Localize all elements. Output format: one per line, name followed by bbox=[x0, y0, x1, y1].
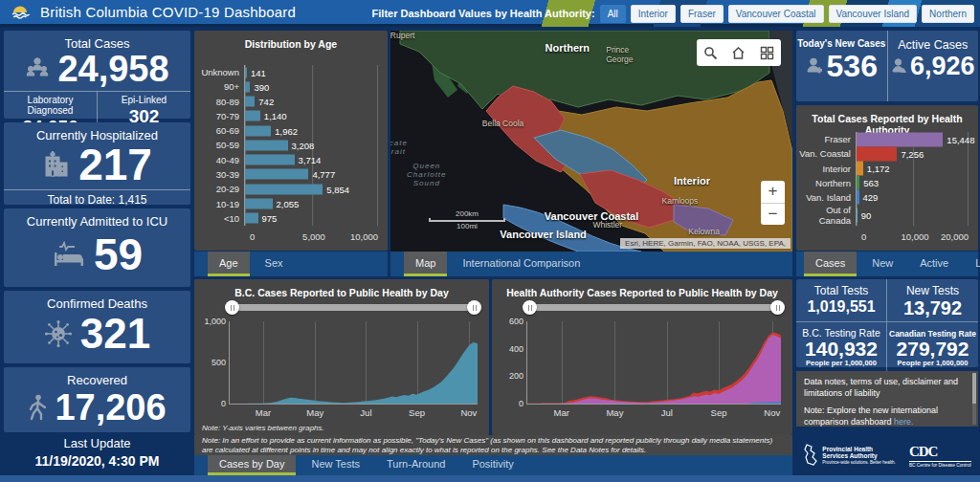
tab-list[interactable]: List bbox=[964, 252, 980, 276]
phsa-tagline: Province-wide solutions. Better health. bbox=[822, 460, 896, 465]
basemap-icon[interactable] bbox=[760, 46, 774, 60]
filter-button-interior[interactable]: Interior bbox=[631, 5, 676, 23]
bc-province-shape-icon bbox=[803, 444, 818, 467]
slider-right-handle[interactable] bbox=[467, 300, 481, 315]
series-fraser bbox=[527, 335, 781, 404]
todays-new-cases-cell: Today's New Cases 536 bbox=[796, 31, 888, 101]
x-tick-sep: Sep bbox=[711, 407, 727, 418]
bar-fill[interactable] bbox=[857, 208, 858, 223]
filter-button-northern[interactable]: Northern bbox=[922, 5, 974, 23]
tab-map[interactable]: Map bbox=[404, 252, 447, 276]
zoom-in-button[interactable]: + bbox=[761, 181, 785, 204]
bar-label: Fraser bbox=[796, 134, 856, 144]
bar-track: 3,714 bbox=[244, 153, 378, 167]
bc-day-chart-title: B.C. Cases Reported to Public Health by … bbox=[194, 279, 489, 298]
bottom-strip-decoration bbox=[0, 475, 980, 482]
tab-turn-around[interactable]: Turn-Around bbox=[375, 455, 457, 475]
tab-positivity[interactable]: Positivity bbox=[460, 455, 524, 475]
series-b-c bbox=[230, 342, 478, 404]
bar-fill[interactable] bbox=[857, 162, 863, 176]
bc-testing-rate-cell: B.C. Testing Rate 140,932 People per 1,0… bbox=[796, 322, 887, 371]
bar-fill[interactable] bbox=[245, 155, 295, 165]
slider-track[interactable] bbox=[229, 304, 478, 311]
tab-cases[interactable]: Cases bbox=[804, 252, 857, 276]
bar-label: 40-49 bbox=[194, 155, 244, 165]
bar-track: 1,140 bbox=[244, 109, 378, 123]
last-update: Last Update 11/19/2020, 4:30 PM bbox=[4, 436, 190, 469]
tab-age[interactable]: Age bbox=[208, 252, 250, 276]
active-case-person-icon bbox=[891, 58, 906, 75]
new-active-cases-card: Today's New Cases 536 Active Cases bbox=[796, 31, 978, 101]
deaths-card: Confirmed Deaths 321 bbox=[4, 291, 190, 363]
page-title: British Columbia COVID-19 Dashboard bbox=[40, 4, 296, 20]
zoom-out-button[interactable]: − bbox=[761, 204, 785, 226]
filter-button-fraser[interactable]: Fraser bbox=[680, 5, 724, 23]
icu-card: Currently Admitted to ICU 59 bbox=[4, 208, 190, 287]
y-tick: 200 bbox=[509, 371, 523, 381]
bar-fill[interactable] bbox=[857, 190, 859, 205]
bar-label: 50-59 bbox=[194, 140, 244, 150]
bar-fill[interactable] bbox=[245, 97, 255, 107]
x-tick-may: May bbox=[306, 407, 323, 418]
scale-mi-label: 100mi bbox=[429, 222, 505, 230]
bccdc-mark: CDC bbox=[909, 444, 971, 460]
tab-new[interactable]: New bbox=[860, 252, 904, 276]
slider-left-handle[interactable] bbox=[225, 300, 239, 315]
active-cases-title: Active Cases bbox=[888, 38, 979, 52]
notes-scrollbar[interactable] bbox=[972, 373, 976, 425]
bar-fill[interactable] bbox=[245, 169, 308, 180]
bc-day-plot: MarMayJulSepNov1,0005000 bbox=[229, 321, 478, 405]
tab-sex[interactable]: Sex bbox=[254, 252, 295, 276]
bar-fill[interactable] bbox=[245, 140, 288, 150]
bar-fill[interactable] bbox=[245, 67, 247, 77]
bar-track: 90 bbox=[856, 205, 969, 226]
bar-fill[interactable] bbox=[245, 213, 258, 224]
bar-fill[interactable] bbox=[857, 176, 859, 190]
virus-icon bbox=[44, 319, 73, 348]
y-tick: 600 bbox=[509, 317, 523, 326]
bar-fill[interactable] bbox=[857, 146, 897, 161]
bar-fill[interactable] bbox=[245, 111, 260, 121]
map-attribution: Esri, HERE, Garmin, FAO, NOAA, USGS, EPA… bbox=[620, 238, 791, 249]
bar-label: Interior bbox=[796, 164, 856, 174]
bar-fill[interactable] bbox=[857, 132, 943, 146]
tab-international-comparison[interactable]: International Comparison bbox=[451, 252, 591, 276]
total-cases-value: 24,958 bbox=[57, 51, 168, 87]
bc-rate-unit: People per 1,000,000 bbox=[798, 359, 884, 367]
home-icon[interactable] bbox=[731, 46, 746, 60]
bar-row-70-79: 70-791,140 bbox=[194, 109, 378, 123]
filter-button-vancouver-island[interactable]: Vancouver Island bbox=[829, 5, 918, 23]
y-tick: 400 bbox=[509, 344, 523, 354]
x-tick-nov: Nov bbox=[460, 407, 477, 418]
bar-value: 2,055 bbox=[277, 199, 300, 209]
search-icon[interactable] bbox=[703, 46, 718, 60]
bar-fill[interactable] bbox=[245, 125, 271, 136]
slider-right-handle[interactable] bbox=[770, 300, 785, 315]
age-chart-title: Distribution by Age bbox=[194, 31, 388, 50]
bar-track: 15,448 bbox=[856, 132, 969, 146]
bar-row-unknown: Unknown141 bbox=[194, 65, 378, 79]
bc-health-authority-map[interactable]: NorthernInteriorVancouver CoastalVancouv… bbox=[390, 31, 792, 252]
ha-cases-panel: Total Cases Reported by Health Authority… bbox=[796, 105, 978, 251]
filter-button-group: AllInteriorFraserVancouver CoastalVancou… bbox=[600, 5, 974, 23]
tab-cases-by-day[interactable]: Cases by Day bbox=[208, 455, 296, 475]
filter-button-vancouver-coastal[interactable]: Vancouver Coastal bbox=[728, 5, 824, 23]
bar-label: Van. Coastal bbox=[796, 148, 856, 159]
bar-row-van-island: Van. Island429 bbox=[796, 190, 969, 205]
recovered-card: Recovered 17,206 bbox=[4, 367, 190, 432]
tab-active[interactable]: Active bbox=[908, 252, 960, 276]
bar-fill[interactable] bbox=[245, 81, 250, 92]
bottom-disclaimer-note: Note: In an effort to provide as current… bbox=[194, 435, 792, 455]
bottom-panel-tabbar: Cases by DayNew TestsTurn-AroundPositivi… bbox=[194, 455, 792, 475]
bar-label: 70-79 bbox=[194, 111, 244, 121]
international-dashboard-link[interactable]: here. bbox=[894, 417, 914, 427]
bar-fill[interactable] bbox=[245, 199, 273, 209]
bar-fill[interactable] bbox=[245, 184, 323, 194]
icu-bed-icon bbox=[52, 241, 86, 268]
slider-track[interactable] bbox=[526, 304, 781, 311]
bar-label: 60-69 bbox=[194, 125, 244, 136]
filter-button-all[interactable]: All bbox=[600, 5, 626, 23]
tab-new-tests[interactable]: New Tests bbox=[300, 455, 371, 475]
slider-left-handle[interactable] bbox=[523, 300, 537, 315]
bar-value: 90 bbox=[861, 210, 872, 221]
